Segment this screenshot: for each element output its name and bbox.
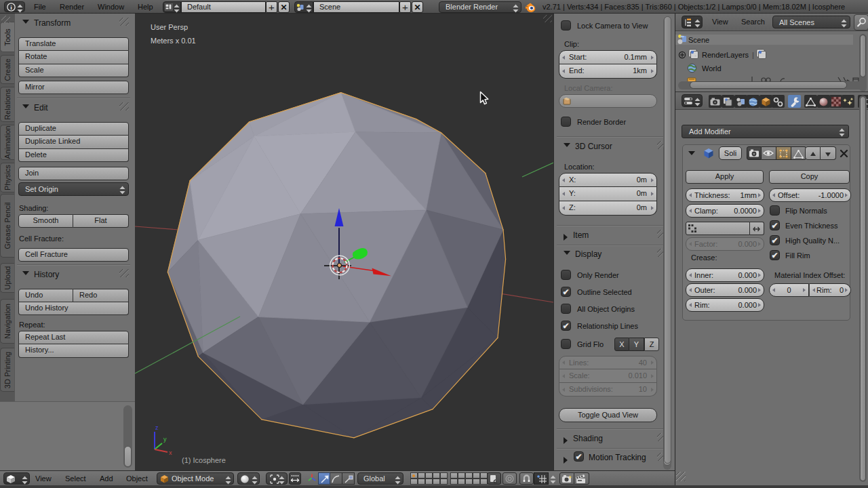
- svg-text:y: y: [163, 436, 167, 443]
- svg-text:z: z: [155, 424, 159, 431]
- svg-text:x: x: [169, 449, 172, 456]
- svg-text:i: i: [10, 4, 12, 11]
